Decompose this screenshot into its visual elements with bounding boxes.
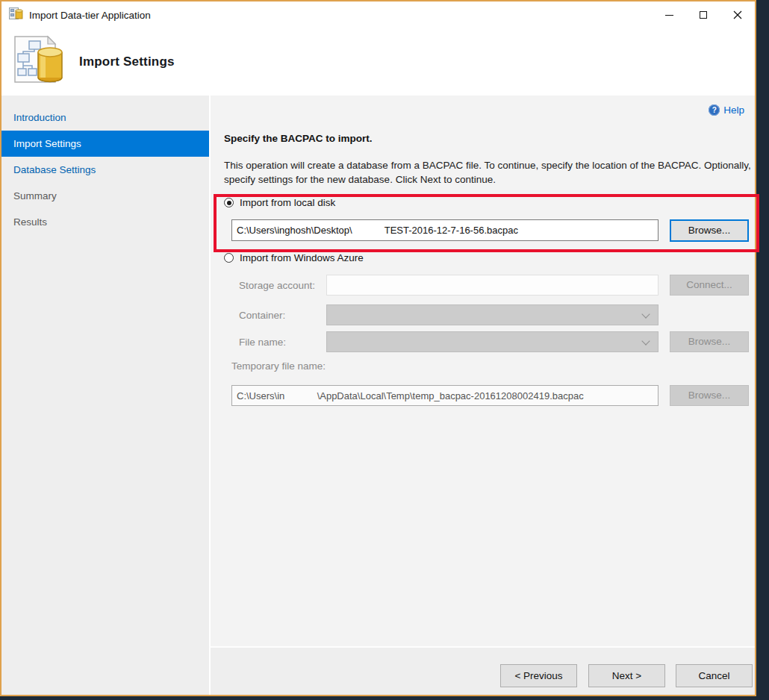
close-icon (733, 10, 742, 19)
radio-import-local-disk[interactable]: Import from local disk (224, 197, 335, 208)
section-description: This operation will create a database fr… (224, 158, 759, 187)
app-icon (9, 7, 23, 23)
help-link[interactable]: ? Help (709, 104, 744, 116)
azure-file-browse-button: Browse... (670, 331, 749, 352)
local-bacpac-path-input[interactable] (231, 219, 659, 241)
help-icon: ? (709, 104, 720, 116)
import-settings-panel: ? Help Specify the BACPAC to import. Thi… (211, 96, 755, 646)
radio-selected-icon (224, 198, 234, 207)
minimize-button[interactable] (652, 1, 686, 28)
radio-windows-azure-label: Import from Windows Azure (240, 252, 364, 263)
data-tier-application-icon (10, 34, 69, 90)
chevron-down-icon (641, 337, 650, 345)
minimize-icon (665, 15, 673, 16)
wizard-header: Import Settings (1, 28, 755, 96)
container-dropdown (326, 304, 659, 325)
sidebar-item-introduction[interactable]: Introduction (1, 104, 209, 131)
cancel-button[interactable]: Cancel (676, 664, 753, 687)
wizard-footer: < Previous Next > Cancel (211, 647, 755, 695)
chevron-down-icon (641, 310, 650, 318)
maximize-icon (700, 11, 707, 19)
temporary-file-name-label: Temporary file name: (231, 360, 326, 372)
page-title: Import Settings (79, 28, 175, 96)
help-label: Help (723, 104, 744, 116)
radio-local-disk-label: Import from local disk (240, 197, 335, 208)
temp-file-browse-button: Browse... (670, 385, 749, 406)
maximize-button[interactable] (686, 1, 720, 28)
file-name-label: File name: (239, 337, 286, 348)
wizard-nav-sidebar: Introduction Import Settings Database Se… (1, 96, 209, 695)
connect-button: Connect... (670, 275, 749, 296)
container-label: Container: (239, 310, 285, 321)
temporary-file-name-input (231, 385, 659, 406)
sidebar-item-summary: Summary (1, 183, 209, 209)
wizard-window: Import Data-tier Application (0, 0, 756, 696)
next-button[interactable]: Next > (588, 664, 665, 687)
sidebar-item-import-settings[interactable]: Import Settings (1, 131, 209, 157)
file-name-dropdown (326, 331, 659, 352)
radio-import-windows-azure[interactable]: Import from Windows Azure (224, 252, 364, 263)
local-browse-button[interactable]: Browse... (670, 219, 749, 242)
storage-account-label: Storage account: (239, 280, 315, 291)
section-heading: Specify the BACPAC to import. (224, 133, 373, 144)
window-title: Import Data-tier Application (29, 10, 652, 21)
title-bar: Import Data-tier Application (1, 1, 755, 28)
previous-button[interactable]: < Previous (500, 664, 577, 687)
sidebar-item-results: Results (1, 209, 209, 235)
radio-unselected-icon (224, 253, 234, 263)
storage-account-input (326, 275, 659, 296)
sidebar-item-database-settings[interactable]: Database Settings (1, 157, 209, 183)
close-button[interactable] (720, 1, 755, 28)
